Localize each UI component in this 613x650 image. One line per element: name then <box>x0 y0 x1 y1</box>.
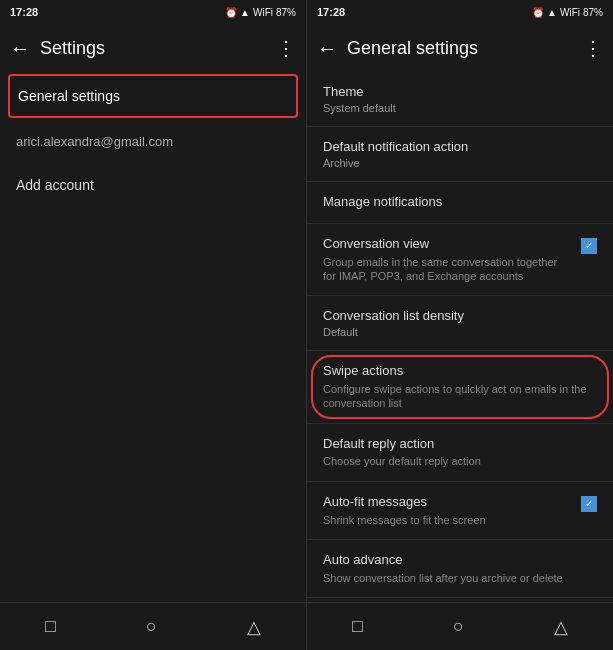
swipe-actions-label: Swipe actions <box>323 363 597 380</box>
left-nav-circle[interactable]: ○ <box>146 616 157 637</box>
right-back-button[interactable]: ← <box>317 37 337 60</box>
wifi-icon: WiFi <box>253 7 273 18</box>
right-more-button[interactable]: ⋮ <box>583 36 603 60</box>
right-top-bar: ← General settings ⋮ <box>307 24 613 72</box>
settings-item-auto-fit[interactable]: Auto-fit messages Shrink messages to fit… <box>307 482 613 539</box>
conversation-view-checkbox[interactable] <box>581 238 597 254</box>
menu-item-add-account[interactable]: Add account <box>0 163 306 207</box>
auto-fit-sublabel: Shrink messages to fit the screen <box>323 513 573 527</box>
add-account-label: Add account <box>16 177 94 193</box>
auto-fit-label: Auto-fit messages <box>323 494 573 511</box>
battery-icon: 87% <box>276 7 296 18</box>
conversation-list-density-label: Conversation list density <box>323 308 597 325</box>
right-nav-square[interactable]: □ <box>352 616 363 637</box>
settings-item-default-reply[interactable]: Default reply action Choose your default… <box>307 424 613 481</box>
menu-item-account[interactable]: arici.alexandra@gmail.com <box>0 120 306 163</box>
left-more-button[interactable]: ⋮ <box>276 36 296 60</box>
settings-item-manage-notifications[interactable]: Manage notifications <box>307 182 613 223</box>
right-settings-list: Theme System default Default notificatio… <box>307 72 613 602</box>
default-notification-label: Default notification action <box>323 139 597 156</box>
left-status-bar: 17:28 ⏰ ▲ WiFi 87% <box>0 0 306 24</box>
left-top-bar: ← Settings ⋮ <box>0 24 306 72</box>
menu-item-general-settings[interactable]: General settings <box>8 74 298 118</box>
left-status-icons: ⏰ ▲ WiFi 87% <box>225 7 296 18</box>
left-page-title: Settings <box>40 38 266 59</box>
theme-value: System default <box>323 102 597 114</box>
alarm-icon: ⏰ <box>225 7 237 18</box>
settings-item-swipe-actions[interactable]: Swipe actions Configure swipe actions to… <box>307 351 613 422</box>
left-menu-list: General settings arici.alexandra@gmail.c… <box>0 72 306 602</box>
right-status-bar: 17:28 ⏰ ▲ WiFi 87% <box>307 0 613 24</box>
default-reply-label: Default reply action <box>323 436 597 453</box>
right-alarm-icon: ⏰ <box>532 7 544 18</box>
right-panel: 17:28 ⏰ ▲ WiFi 87% ← General settings ⋮ … <box>306 0 613 650</box>
settings-item-conversation-list-density[interactable]: Conversation list density Default <box>307 296 613 350</box>
left-nav-triangle[interactable]: △ <box>247 616 261 638</box>
right-wifi-icon: WiFi <box>560 7 580 18</box>
auto-advance-sublabel: Show conversation list after you archive… <box>323 571 597 585</box>
right-battery-icon: 87% <box>583 7 603 18</box>
right-status-icons: ⏰ ▲ WiFi 87% <box>532 7 603 18</box>
auto-fit-checkbox[interactable] <box>581 496 597 512</box>
default-reply-sublabel: Choose your default reply action <box>323 454 597 468</box>
manage-notifications-label: Manage notifications <box>323 194 597 211</box>
general-settings-label: General settings <box>18 88 120 104</box>
settings-item-auto-advance[interactable]: Auto advance Show conversation list afte… <box>307 540 613 597</box>
right-nav-circle[interactable]: ○ <box>453 616 464 637</box>
left-nav-square[interactable]: □ <box>45 616 56 637</box>
right-time: 17:28 <box>317 6 345 18</box>
conversation-view-label: Conversation view <box>323 236 573 253</box>
right-signal-icon: ▲ <box>547 7 557 18</box>
left-panel: 17:28 ⏰ ▲ WiFi 87% ← Settings ⋮ General … <box>0 0 306 650</box>
settings-item-conversation-view[interactable]: Conversation view Group emails in the sa… <box>307 224 613 295</box>
left-time: 17:28 <box>10 6 38 18</box>
conversation-view-sublabel: Group emails in the same conversation to… <box>323 255 573 284</box>
left-back-button[interactable]: ← <box>10 37 30 60</box>
settings-item-open-web-links[interactable]: Open web links in Gmail Turn on for fast… <box>307 598 613 602</box>
settings-item-default-notification[interactable]: Default notification action Archive <box>307 127 613 181</box>
swipe-actions-sublabel: Configure swipe actions to quickly act o… <box>323 382 597 411</box>
right-page-title: General settings <box>347 38 573 59</box>
signal-icon: ▲ <box>240 7 250 18</box>
right-nav-triangle[interactable]: △ <box>554 616 568 638</box>
left-bottom-nav: □ ○ △ <box>0 602 306 650</box>
theme-label: Theme <box>323 84 597 101</box>
auto-advance-label: Auto advance <box>323 552 597 569</box>
settings-item-theme[interactable]: Theme System default <box>307 72 613 126</box>
default-notification-value: Archive <box>323 157 597 169</box>
conversation-list-density-value: Default <box>323 326 597 338</box>
right-bottom-nav: □ ○ △ <box>307 602 613 650</box>
account-email-label: arici.alexandra@gmail.com <box>16 134 173 149</box>
